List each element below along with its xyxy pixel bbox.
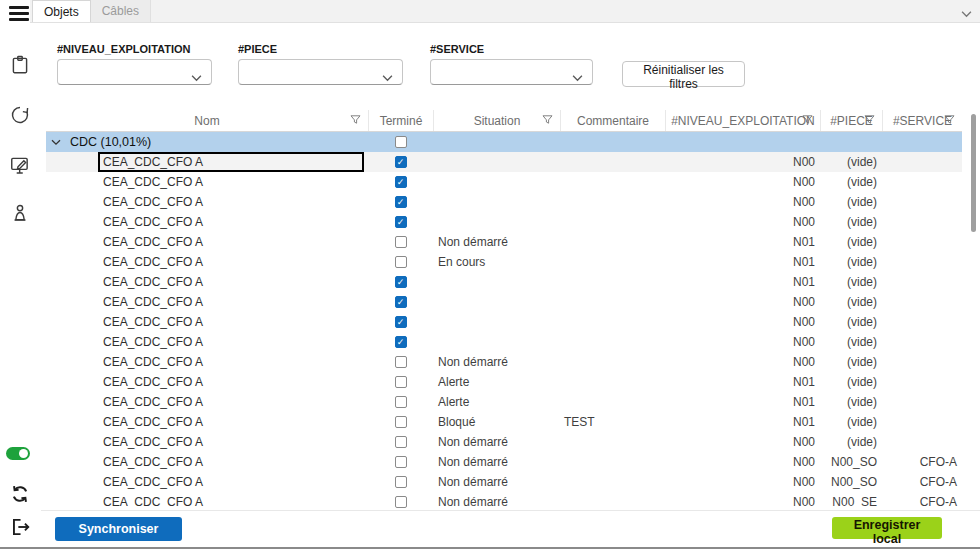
table-row[interactable]: CEA_CDC_CFO A Alerte N01 (vide) bbox=[46, 372, 962, 392]
table-row[interactable]: CEA_CDC_CFO A N00 (vide) bbox=[46, 212, 962, 232]
done-checkbox[interactable] bbox=[395, 256, 407, 268]
screen-edit-icon[interactable] bbox=[9, 154, 31, 176]
table-row[interactable]: CEA_CDC_CFO A En cours N01 (vide) bbox=[46, 252, 962, 272]
filter-funnel-icon[interactable] bbox=[802, 114, 813, 125]
column-header-termine[interactable]: Terminé bbox=[368, 110, 433, 131]
column-header-commentaire[interactable]: Commentaire bbox=[560, 110, 665, 131]
column-header-piece[interactable]: #PIECE bbox=[820, 110, 882, 131]
table-row[interactable]: CEA_CDC_CFO A Bloqué TEST N01 (vide) bbox=[46, 412, 962, 432]
row-situation bbox=[433, 192, 560, 212]
row-piece: (vide) bbox=[820, 152, 882, 172]
table-row[interactable]: CEA_CDC_CFO A N00 (vide) bbox=[46, 152, 962, 172]
done-checkbox[interactable] bbox=[395, 356, 407, 368]
row-piece: (vide) bbox=[820, 292, 882, 312]
group-expand-chevron-icon[interactable] bbox=[51, 139, 61, 146]
sync-icon[interactable] bbox=[9, 483, 31, 505]
done-checkbox[interactable] bbox=[395, 176, 407, 188]
filter-group-piece: #PIECE bbox=[238, 43, 403, 85]
clipboard-icon[interactable] bbox=[9, 54, 31, 76]
row-comment bbox=[560, 232, 665, 252]
done-checkbox[interactable] bbox=[395, 436, 407, 448]
tab-cables[interactable]: Câbles bbox=[91, 0, 151, 22]
table-row[interactable]: CEA_CDC_CFO A Non démarré N00 N00_SE CFO… bbox=[46, 492, 962, 508]
row-situation bbox=[433, 292, 560, 312]
row-name: CEA_CDC_CFO A bbox=[103, 455, 203, 469]
menu-icon[interactable] bbox=[9, 6, 29, 24]
logout-icon[interactable] bbox=[9, 516, 31, 538]
row-niveau-exploitation: N00 bbox=[665, 192, 820, 212]
row-niveau-exploitation: N00 bbox=[665, 352, 820, 372]
column-header-service[interactable]: #SERVICE bbox=[882, 110, 962, 131]
done-checkbox[interactable] bbox=[395, 336, 407, 348]
table-row[interactable]: CEA_CDC_CFO A N00 (vide) bbox=[46, 292, 962, 312]
done-checkbox[interactable] bbox=[395, 316, 407, 328]
row-situation: Non démarré bbox=[433, 352, 560, 372]
row-niveau-exploitation: N00 bbox=[665, 212, 820, 232]
table-row[interactable]: CEA_CDC_CFO A Non démarré N01 (vide) bbox=[46, 232, 962, 252]
row-name: CEA_CDC_CFO A bbox=[103, 335, 203, 349]
filter-funnel-icon[interactable] bbox=[350, 114, 361, 125]
synchronize-button[interactable]: Synchroniser bbox=[55, 517, 182, 541]
row-niveau-exploitation: N01 bbox=[665, 252, 820, 272]
service-filter-select[interactable] bbox=[430, 59, 593, 85]
column-header-nom[interactable]: Nom bbox=[46, 110, 368, 131]
reset-filters-button[interactable]: Réinitialiser les filtres bbox=[622, 61, 745, 87]
row-comment bbox=[560, 212, 665, 232]
row-service bbox=[882, 352, 962, 372]
row-niveau-exploitation: N00 bbox=[665, 152, 820, 172]
done-checkbox[interactable] bbox=[395, 396, 407, 408]
group-done-checkbox[interactable] bbox=[395, 136, 407, 148]
table-row[interactable]: CEA_CDC_CFO A N00 (vide) bbox=[46, 332, 962, 352]
person-marker-icon[interactable] bbox=[9, 202, 31, 224]
done-checkbox[interactable] bbox=[395, 216, 407, 228]
filter-group-service: #SERVICE bbox=[430, 43, 593, 85]
row-comment bbox=[560, 492, 665, 508]
row-piece: N00_SO bbox=[820, 472, 882, 492]
table-row[interactable]: CEA_CDC_CFO A N00 (vide) bbox=[46, 312, 962, 332]
filter-funnel-icon[interactable] bbox=[542, 114, 553, 125]
filter-funnel-icon[interactable] bbox=[864, 114, 875, 125]
table-row[interactable]: CEA_CDC_CFO A Non démarré N00 N00_SO CFO… bbox=[46, 452, 962, 472]
niveau-exploitation-filter-select[interactable] bbox=[57, 59, 212, 85]
table-row[interactable]: CEA_CDC_CFO A Alerte N01 (vide) bbox=[46, 392, 962, 412]
done-checkbox[interactable] bbox=[395, 456, 407, 468]
row-service bbox=[882, 192, 962, 212]
done-checkbox[interactable] bbox=[395, 416, 407, 428]
row-niveau-exploitation: N00 bbox=[665, 432, 820, 452]
piece-filter-select[interactable] bbox=[238, 59, 403, 85]
table-row[interactable]: CEA_CDC_CFO A N00 (vide) bbox=[46, 192, 962, 212]
sidebar bbox=[0, 0, 40, 549]
column-header-niveau_exploitation[interactable]: #NIVEAU_EXPLOITATION bbox=[665, 110, 820, 131]
filter-funnel-icon[interactable] bbox=[944, 114, 955, 125]
row-comment bbox=[560, 152, 665, 172]
column-header-situation[interactable]: Situation bbox=[433, 110, 560, 131]
row-niveau-exploitation: N00 bbox=[665, 332, 820, 352]
done-checkbox[interactable] bbox=[395, 276, 407, 288]
collapse-chevron-icon[interactable] bbox=[961, 4, 972, 22]
done-checkbox[interactable] bbox=[395, 156, 407, 168]
done-checkbox[interactable] bbox=[395, 236, 407, 248]
table-row[interactable]: CEA_CDC_CFO A N01 (vide) bbox=[46, 272, 962, 292]
group-row-cdc[interactable]: CDC (10,01%) bbox=[46, 132, 962, 152]
done-checkbox[interactable] bbox=[395, 296, 407, 308]
done-checkbox[interactable] bbox=[395, 196, 407, 208]
filter-label: #SERVICE bbox=[430, 43, 593, 55]
done-checkbox[interactable] bbox=[395, 496, 407, 508]
tab-objets[interactable]: Objets bbox=[32, 0, 91, 22]
vertical-scrollbar[interactable] bbox=[971, 114, 976, 232]
row-comment bbox=[560, 292, 665, 312]
done-checkbox[interactable] bbox=[395, 476, 407, 488]
online-toggle-icon[interactable] bbox=[6, 447, 30, 460]
row-situation bbox=[433, 332, 560, 352]
row-situation: Non démarré bbox=[433, 472, 560, 492]
row-comment bbox=[560, 172, 665, 192]
done-checkbox[interactable] bbox=[395, 376, 407, 388]
save-local-button[interactable]: Enregistrer local bbox=[832, 517, 942, 539]
table-row[interactable]: CEA_CDC_CFO A Non démarré N00 N00_SO CFO… bbox=[46, 472, 962, 492]
table-row[interactable]: CEA_CDC_CFO A Non démarré N00 (vide) bbox=[46, 352, 962, 372]
row-name: CEA_CDC_CFO A bbox=[103, 235, 203, 249]
history-icon[interactable] bbox=[9, 104, 31, 126]
table-row[interactable]: CEA_CDC_CFO A Non démarré N00 (vide) bbox=[46, 432, 962, 452]
table-row[interactable]: CEA_CDC_CFO A N00 (vide) bbox=[46, 172, 962, 192]
row-comment bbox=[560, 272, 665, 292]
